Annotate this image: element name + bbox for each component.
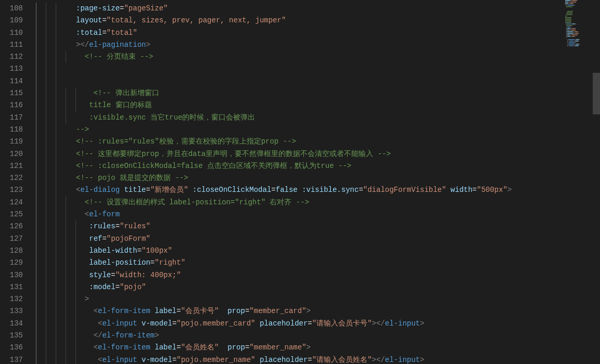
line-number: 113 [0, 63, 23, 75]
code-line[interactable]: --> [32, 124, 600, 136]
code-line[interactable]: label-width="100px" [32, 245, 600, 257]
code-line[interactable]: <!-- :rules="rules"校验，需要在校验的字段上指定prop --… [32, 136, 600, 148]
line-number: 123 [0, 184, 23, 196]
line-number: 108 [0, 3, 23, 15]
code-line[interactable]: > [32, 293, 600, 305]
code-line[interactable]: label-position="right" [32, 257, 600, 269]
code-line[interactable]: title 窗口的标题 [32, 99, 600, 111]
code-line[interactable] [32, 63, 600, 75]
code-line[interactable]: </el-form-item> [32, 330, 600, 342]
code-area[interactable]: :page-size="pageSize" layout="total, siz… [32, 0, 600, 364]
line-number: 136 [0, 342, 23, 354]
line-number: 120 [0, 148, 23, 160]
line-number: 133 [0, 305, 23, 317]
code-line[interactable]: ref="pojoForm" [32, 233, 600, 245]
line-number: 119 [0, 136, 23, 148]
code-line[interactable]: :page-size="pageSize" [32, 3, 600, 15]
line-number: 114 [0, 75, 23, 87]
code-line[interactable]: :visible.sync 当它true的时候，窗口会被弹出 [32, 112, 600, 124]
line-number: 115 [0, 87, 23, 99]
line-number: 112 [0, 51, 23, 63]
code-line[interactable]: <el-form-item label="会员姓名" prop="member_… [32, 342, 600, 354]
line-number: 131 [0, 281, 23, 293]
line-number: 109 [0, 15, 23, 27]
code-line[interactable]: <!-- 设置弹出框的样式 label-position="right" 右对齐… [32, 197, 600, 209]
code-line[interactable]: <!-- 这里都要绑定prop，并且在data里声明，要不然弹框里的数据不会清空… [32, 148, 600, 160]
line-number: 129 [0, 257, 23, 269]
line-number: 116 [0, 99, 23, 111]
code-line[interactable]: <!-- pojo 就是提交的数据 --> [32, 172, 600, 184]
line-number: 128 [0, 245, 23, 257]
line-number: 134 [0, 318, 23, 330]
line-number: 122 [0, 172, 23, 184]
code-line[interactable]: ></el-pagination> [32, 39, 600, 51]
line-number: 118 [0, 124, 23, 136]
code-line[interactable]: <el-dialog title="新增会员" :closeOnClickMod… [32, 184, 600, 196]
code-line[interactable]: :rules="rules" [32, 220, 600, 232]
code-line[interactable]: <!-- 分页结束 --> [32, 51, 600, 63]
code-line[interactable]: <!-- 弹出新增窗口 [32, 87, 600, 99]
code-editor[interactable]: 1081091101111121131141151161171181191201… [0, 0, 600, 364]
line-number-gutter: 1081091101111121131141151161171181191201… [0, 0, 32, 364]
code-line[interactable] [32, 75, 600, 87]
vertical-scrollbar[interactable] [593, 0, 600, 364]
line-number: 127 [0, 233, 23, 245]
line-number: 132 [0, 293, 23, 305]
line-number: 124 [0, 197, 23, 209]
code-line[interactable]: <el-input v-model="pojo.member_name" pla… [32, 354, 600, 364]
line-number: 117 [0, 112, 23, 124]
line-number: 110 [0, 27, 23, 39]
line-number: 126 [0, 220, 23, 232]
code-line[interactable]: <el-form-item label="会员卡号" prop="member_… [32, 305, 600, 317]
line-number: 135 [0, 330, 23, 342]
code-line[interactable]: :total="total" [32, 27, 600, 39]
code-line[interactable]: style="width: 400px;" [32, 269, 600, 281]
line-number: 121 [0, 160, 23, 172]
code-line[interactable]: :model="pojo" [32, 281, 600, 293]
line-number: 130 [0, 269, 23, 281]
line-number: 125 [0, 209, 23, 220]
code-line[interactable]: layout="total, sizes, prev, pager, next,… [32, 15, 600, 27]
code-line[interactable]: <el-form [32, 209, 600, 220]
line-number: 111 [0, 39, 23, 51]
code-line[interactable]: <!-- :closeOnClickModal=false 点击空白区域不关闭弹… [32, 160, 600, 172]
code-line[interactable]: <el-input v-model="pojo.member_card" pla… [32, 318, 600, 330]
line-number: 137 [0, 354, 23, 364]
scrollbar-thumb[interactable] [593, 73, 600, 114]
minimap[interactable] [561, 0, 593, 364]
